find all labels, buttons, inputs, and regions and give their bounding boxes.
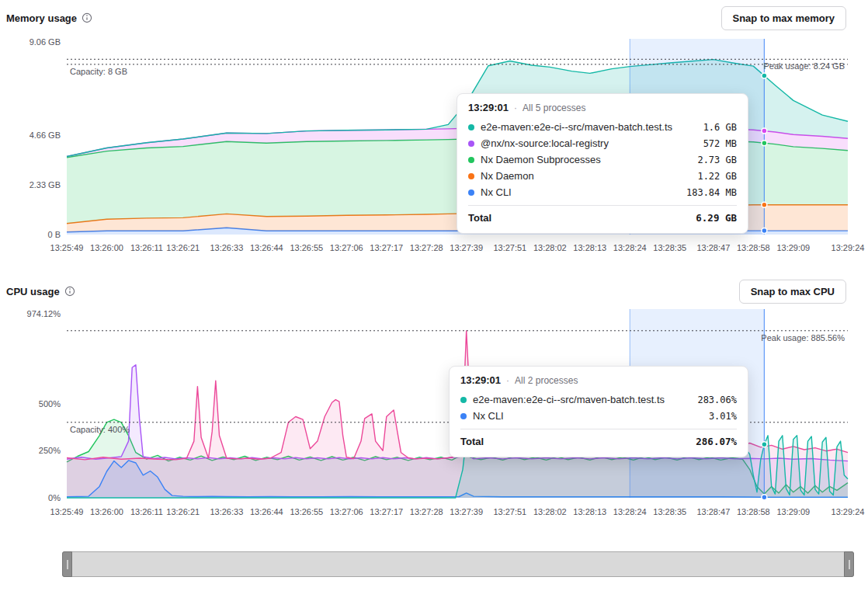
peak-label: Peak usage: 8.24 GB	[763, 61, 845, 71]
series-name: Nx Daemon	[481, 170, 691, 182]
x-axis-label: 13:27:28	[410, 507, 443, 516]
y-axis-label: 9.06 GB	[30, 37, 61, 47]
tooltip-header: 13:29:01 · All 5 processes	[468, 102, 737, 113]
series-value: 283.06%	[697, 395, 737, 405]
y-axis-label: 500%	[39, 399, 61, 408]
x-axis-label: 13:27:39	[450, 507, 483, 516]
tooltip-row: @nx/nx-source:local-registry572 MB	[468, 135, 737, 151]
tooltip-total-row: Total 286.07%	[460, 429, 737, 447]
hover-dot	[762, 202, 767, 207]
y-axis-label: 250%	[39, 446, 61, 455]
x-axis-label: 13:26:33	[210, 243, 243, 252]
series-dot	[468, 189, 474, 196]
series-value: 3.01%	[709, 411, 737, 422]
series-dot	[468, 157, 474, 163]
x-axis-label: 13:28:35	[653, 243, 686, 252]
x-axis-label: 13:28:24	[613, 507, 647, 516]
hover-dot	[762, 141, 767, 146]
tooltip-row: Nx Daemon1.22 GB	[468, 168, 737, 184]
x-axis-label: 13:27:51	[493, 243, 526, 252]
hover-dot	[762, 495, 767, 500]
series-dot	[460, 397, 467, 403]
tooltip-subtitle: All 5 processes	[523, 103, 585, 113]
x-axis-label: 13:26:55	[290, 507, 323, 516]
x-axis-label: 13:28:35	[653, 507, 686, 516]
x-axis-label: 13:27:28	[410, 243, 443, 252]
hover-dot	[762, 128, 767, 134]
tooltip-row: Nx CLI3.01%	[460, 408, 737, 424]
series-name: e2e-maven:e2e-ci--src/maven-batch.test.t…	[473, 394, 691, 405]
x-axis-label: 13:27:06	[330, 507, 363, 516]
x-axis-label: 13:26:55	[290, 243, 323, 252]
y-axis-label: 0%	[48, 493, 61, 502]
series-value: 2.73 GB	[697, 155, 737, 165]
y-axis-label: 4.66 GB	[30, 130, 61, 140]
scrollbar-right-handle[interactable]	[844, 551, 854, 577]
x-axis-label: 13:26:44	[250, 507, 283, 516]
series-name: @nx/nx-source:local-registry	[481, 137, 697, 149]
tooltip-total-label: Total	[460, 436, 484, 447]
memory-title-group: Memory usage	[6, 12, 92, 24]
x-axis-label: 13:25:49	[50, 507, 84, 516]
series-name: Nx CLI	[473, 410, 703, 422]
series-value: 1.6 GB	[703, 122, 737, 133]
memory-info-icon[interactable]	[82, 12, 92, 23]
hover-dot	[762, 73, 767, 78]
x-axis-label: 13:28:02	[533, 243, 567, 252]
memory-usage-title: Memory usage	[6, 12, 77, 24]
tooltip-total-row: Total 6.29 GB	[468, 205, 737, 224]
y-axis-label: 974.12%	[27, 309, 61, 318]
cpu-title-group: CPU usage	[6, 286, 75, 297]
x-axis-label: 13:26:44	[250, 243, 283, 252]
series-dot	[468, 124, 474, 130]
tooltip-total-value: 286.07%	[696, 436, 737, 447]
x-axis-label: 13:26:33	[210, 507, 243, 516]
x-axis-label: 13:25:49	[50, 243, 84, 252]
x-axis-label: 13:28:47	[696, 507, 730, 516]
cpu-info-icon[interactable]	[64, 286, 75, 297]
x-axis-label: 13:28:24	[613, 243, 647, 252]
cpu-usage-title: CPU usage	[6, 286, 60, 297]
tooltip-total-value: 6.29 GB	[696, 212, 737, 224]
x-axis-label: 13:26:21	[166, 243, 200, 252]
x-axis-label: 13:29:24	[832, 507, 865, 516]
series-value: 572 MB	[703, 138, 737, 149]
memory-chart-area[interactable]: Capacity: 8 GBPeak usage: 8.24 GB9.06 GB…	[0, 26, 868, 262]
capacity-label: Capacity: 8 GB	[70, 67, 127, 76]
tooltip-rows: e2e-maven:e2e-ci--src/maven-batch.test.t…	[468, 119, 737, 200]
capacity-label: Capacity: 400%	[70, 425, 130, 434]
x-axis-label: 13:27:51	[493, 507, 526, 516]
series-value: 1.22 GB	[697, 171, 737, 182]
series-dot	[468, 173, 474, 179]
cpu-section: CPU usage Snap to max CPU Capacity: 400%…	[0, 273, 868, 528]
memory-section: Memory usage Snap to max memory Capacity…	[0, 0, 868, 262]
x-axis-label: 13:28:47	[696, 243, 730, 252]
series-name: Nx CLI	[481, 186, 680, 198]
series-name: Nx Daemon Subprocesses	[481, 154, 691, 165]
memory-tooltip: 13:29:01 · All 5 processes e2e-maven:e2e…	[457, 93, 748, 234]
x-axis-label: 13:27:39	[450, 243, 483, 252]
tooltip-subtitle: All 2 processes	[515, 375, 578, 386]
x-axis-label: 13:27:17	[370, 507, 403, 516]
x-axis-label: 13:26:11	[130, 507, 163, 516]
x-axis-label: 13:28:58	[737, 507, 770, 516]
tooltip-time: 13:29:01	[460, 374, 501, 386]
tooltip-rows: e2e-maven:e2e-ci--src/maven-batch.test.t…	[460, 391, 737, 424]
x-axis-label: 13:28:02	[533, 507, 567, 516]
x-axis-label: 13:29:24	[832, 243, 865, 252]
tooltip-row: Nx CLI183.84 MB	[468, 184, 737, 200]
tooltip-total-label: Total	[468, 212, 491, 224]
y-axis-label: 0 B	[47, 230, 61, 239]
x-axis-label: 13:28:58	[737, 243, 770, 252]
x-axis-label: 13:27:06	[330, 243, 363, 252]
cpu-chart-area[interactable]: Capacity: 400%Peak usage: 885.56%974.12%…	[0, 300, 868, 528]
series-dot	[468, 141, 474, 147]
x-axis-label: 13:29:09	[776, 507, 810, 516]
tooltip-row: e2e-maven:e2e-ci--src/maven-batch.test.t…	[468, 119, 737, 135]
x-axis-label: 13:28:13	[573, 243, 606, 252]
series-value: 183.84 MB	[686, 187, 737, 198]
timeline-scrollbar[interactable]	[62, 551, 854, 577]
scrollbar-left-handle[interactable]	[62, 551, 72, 577]
x-axis-label: 13:26:00	[90, 243, 123, 252]
x-axis-label: 13:26:00	[90, 507, 123, 516]
